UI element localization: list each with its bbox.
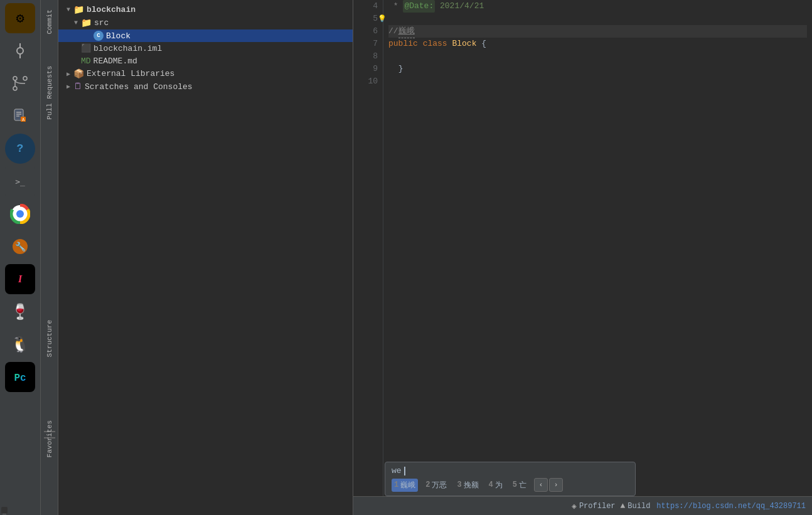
- project-tree: ▼ 📁 blockchain ▼ 📁 src ▶ C Block ▶ ⬛ blo…: [58, 0, 353, 515]
- commit-label[interactable]: Commit: [46, 9, 53, 35]
- document-icon[interactable]: A: [5, 101, 35, 131]
- tree-item-scratches[interactable]: ▶ 🗒 Scratches and Consoles: [58, 80, 353, 93]
- svg-text:🔧: 🔧: [15, 242, 26, 252]
- tree-item-src[interactable]: ▼ 📁 src: [58, 16, 353, 29]
- profiler-icon: ◈: [572, 501, 577, 511]
- line7-public: public: [388, 38, 418, 50]
- line7-space1: [418, 38, 423, 50]
- status-url[interactable]: https://blog.csdn.net/qq_43289711: [656, 502, 812, 511]
- line5-content: [388, 13, 393, 25]
- line6-comment-text: 巍峨: [398, 25, 415, 38]
- svg-point-4: [13, 87, 17, 90]
- line7-class: class: [423, 38, 447, 50]
- iml-label: blockchain.iml: [93, 44, 162, 53]
- toolbox-icon[interactable]: ⚙: [5, 3, 35, 33]
- svg-text:Pc: Pc: [14, 373, 26, 384]
- tree-item-external-libs[interactable]: ▶ 📦 External Libraries: [58, 67, 353, 80]
- wine-icon[interactable]: 🍷: [5, 297, 35, 327]
- pull-requests-label[interactable]: Pull Requests: [46, 66, 53, 120]
- svg-point-0: [17, 48, 23, 54]
- src-arrow: ▼: [71, 18, 81, 28]
- structure-label[interactable]: Structure: [46, 320, 53, 357]
- line-num-9: 9: [358, 63, 378, 75]
- suggestion-4-text: 为: [495, 480, 503, 491]
- help-icon[interactable]: ?: [5, 134, 35, 164]
- line7-block: Block: [452, 38, 476, 50]
- src-label: src: [94, 18, 109, 28]
- build-item[interactable]: ▲ Build: [621, 501, 651, 511]
- tree-item-block[interactable]: ▶ C Block: [58, 29, 353, 42]
- suggestion-4[interactable]: 4 为: [486, 479, 505, 492]
- profiler-label: Profiler: [579, 502, 616, 511]
- md-icon: MD: [81, 56, 91, 66]
- tree-item-blockchain[interactable]: ▼ 📁 blockchain: [58, 3, 353, 16]
- bottom-right-bar: ◈ Profiler ▲ Build https://blog.csdn.net…: [565, 501, 812, 511]
- blockchain-arrow: ▼: [63, 5, 73, 15]
- line-num-10: 10: [358, 75, 378, 88]
- favorites-label[interactable]: Favorites: [46, 420, 53, 457]
- external-libs-label: External Libraries: [87, 69, 174, 78]
- line-num-7: 7: [358, 38, 378, 50]
- line7-brace: {: [481, 38, 486, 50]
- svg-point-5: [23, 77, 27, 80]
- intellij-icon[interactable]: I _: [5, 264, 35, 294]
- readme-label: README.md: [93, 56, 137, 66]
- code-line-10: [388, 75, 807, 88]
- code-line-7: public class Block {: [388, 38, 807, 50]
- line-num-8: 8: [358, 50, 378, 63]
- block-java-icon: C: [93, 31, 104, 41]
- chrome-icon[interactable]: [5, 199, 35, 229]
- iml-icon: ⬛: [81, 43, 91, 53]
- line-num-4: 4: [358, 0, 378, 13]
- suggestion-2[interactable]: 2 万恶: [423, 479, 449, 492]
- blockchain-folder-icon: 📁: [73, 4, 84, 15]
- qq-icon[interactable]: 🐧: [5, 329, 35, 359]
- input-field-row: we: [392, 466, 629, 475]
- blockchain-label: blockchain: [87, 5, 136, 14]
- gutter-bulb-icon[interactable]: 💡: [378, 13, 387, 25]
- pycharm-icon[interactable]: Pc: [5, 362, 35, 392]
- line7-space3: [476, 38, 481, 50]
- nav-arrows: ‹ ›: [534, 478, 563, 492]
- prev-arrow-btn[interactable]: ‹: [534, 478, 548, 492]
- line-num-5: 5 💡: [358, 13, 378, 25]
- svg-point-15: [18, 211, 23, 216]
- line8-content: [388, 50, 393, 63]
- commit-icon[interactable]: [5, 36, 35, 66]
- svg-point-3: [13, 77, 17, 80]
- left-dock: ⚙ A ? >_ 🔧 I _: [0, 0, 41, 515]
- input-cursor: [404, 467, 405, 475]
- external-libs-arrow: ▶: [63, 69, 73, 79]
- terminal-icon[interactable]: >_: [5, 166, 35, 196]
- line9-brace: }: [398, 63, 403, 75]
- line6-comment-prefix: //: [388, 25, 398, 38]
- suggestion-1[interactable]: 1 巍峨: [392, 479, 418, 492]
- code-line-8: [388, 50, 807, 63]
- next-arrow-btn[interactable]: ›: [549, 478, 563, 492]
- editor-content: 4 5 💡 6 7 8 9 10 * @Date: 2021/4/21: [353, 0, 812, 496]
- line9-indent: [388, 63, 398, 75]
- side-tool-panel: Commit Pull Requests Structure Favorites: [41, 0, 58, 515]
- line4-asterisk: *: [388, 0, 403, 13]
- suggestion-5-text: 亡: [519, 480, 526, 491]
- profiler-build-bar: ◈ Profiler ▲ Build: [565, 501, 656, 511]
- suggestion-5-num: 5: [513, 480, 517, 489]
- code-line-4: * @Date: 2021/4/21: [388, 0, 807, 13]
- tools-icon[interactable]: 🔧: [5, 231, 35, 262]
- src-folder-icon: 📁: [81, 18, 92, 28]
- line4-val: 2021/4/21: [435, 0, 484, 13]
- pull-requests-icon[interactable]: [5, 68, 35, 98]
- build-label: Build: [628, 502, 650, 511]
- suggestion-3[interactable]: 3 挽额: [454, 479, 481, 492]
- tree-item-iml[interactable]: ▶ ⬛ blockchain.iml: [58, 42, 353, 55]
- tree-item-readme[interactable]: ▶ MD README.md: [58, 55, 353, 67]
- suggestion-4-num: 4: [489, 480, 493, 489]
- suggestion-5[interactable]: 5 亡: [510, 479, 529, 492]
- profiler-item[interactable]: ◈ Profiler: [572, 501, 615, 511]
- line-num-6: 6: [358, 25, 378, 38]
- scratches-icon: 🗒: [73, 82, 82, 92]
- editor-area: 4 5 💡 6 7 8 9 10 * @Date: 2021/4/21: [353, 0, 812, 515]
- build-icon: ▲: [621, 501, 626, 511]
- external-libs-icon: 📦: [73, 68, 84, 79]
- scratches-label: Scratches and Consoles: [85, 82, 193, 92]
